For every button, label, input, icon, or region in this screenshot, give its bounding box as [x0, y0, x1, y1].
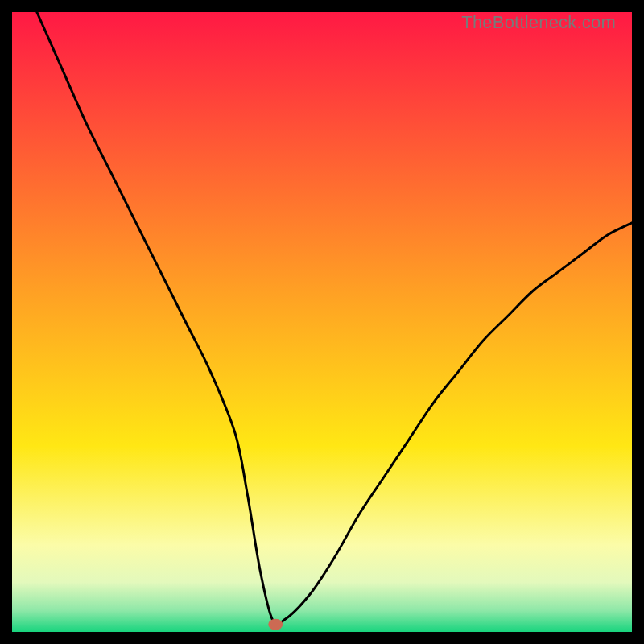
chart-frame: TheBottleneck.com [12, 12, 632, 632]
gradient-background [12, 12, 632, 632]
optimal-point-marker [268, 619, 283, 630]
chart-svg [12, 12, 632, 632]
watermark-text: TheBottleneck.com [461, 12, 616, 33]
